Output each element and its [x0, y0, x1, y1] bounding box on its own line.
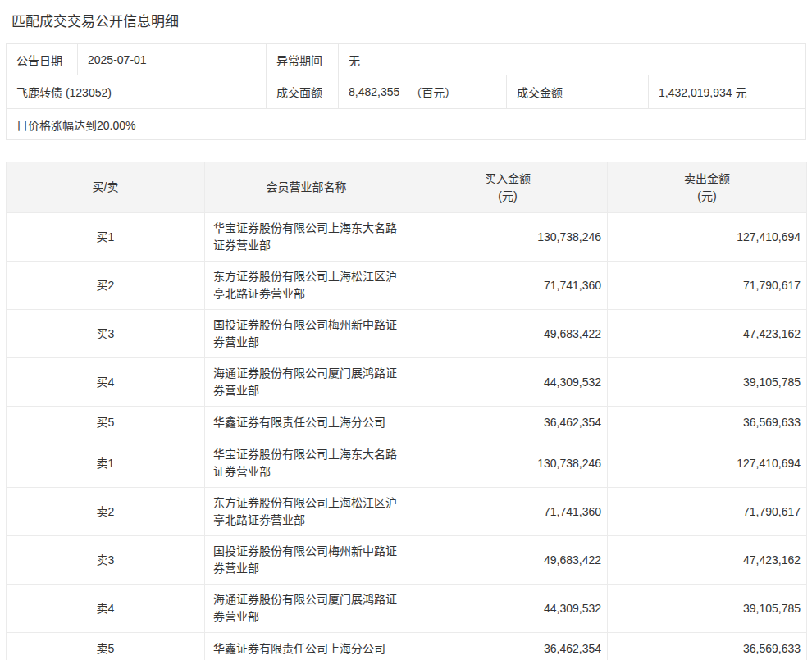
- sell-amount-cell: 36,569,633: [608, 407, 807, 439]
- table-row: 买4 海通证券股份有限公司厦门展鸿路证券营业部 44,309,532 39,10…: [7, 358, 807, 407]
- summary-info-box: 公告日期 2025-07-01 异常期间 无 飞鹿转债 (123052) 成交面…: [6, 43, 806, 140]
- branch-cell: 国投证券股份有限公司梅州新中路证券营业部: [205, 310, 408, 358]
- sell-amount-cell: 39,105,785: [608, 358, 807, 407]
- sell-amount-cell: 71,790,617: [608, 488, 807, 536]
- buy-amount-cell: 49,683,422: [408, 310, 608, 358]
- col-header-buy: 买入金额 (元): [408, 162, 608, 213]
- buy-amount-cell: 36,462,354: [408, 407, 608, 439]
- branch-cell: 华宝证券股份有限公司上海东大名路证券营业部: [205, 213, 408, 262]
- table-header: 买/卖 会员营业部名称 买入金额 (元) 卖出金额 (元): [7, 162, 807, 213]
- abnormal-period-value: 无: [339, 44, 805, 75]
- side-cell: 买5: [7, 407, 205, 439]
- side-cell: 买3: [7, 310, 205, 358]
- side-cell: 买2: [7, 262, 205, 310]
- page-container: 匹配成交交易公开信息明细 公告日期 2025-07-01 异常期间 无 飞鹿转债…: [0, 12, 812, 660]
- sell-amount-cell: 47,423,162: [608, 310, 807, 358]
- table-row: 卖5 华鑫证券有限责任公司上海分公司 36,462,354 36,569,633: [7, 633, 807, 660]
- col-header-buy-line1: 买入金额: [408, 171, 607, 188]
- sell-amount-cell: 39,105,785: [608, 585, 807, 633]
- announce-date-value: 2025-07-01: [78, 44, 267, 75]
- buy-amount-cell: 36,462,354: [408, 633, 608, 660]
- buy-amount-cell: 71,741,360: [408, 488, 608, 536]
- col-header-buy-line2: (元): [408, 188, 607, 205]
- table-row: 卖3 国投证券股份有限公司梅州新中路证券营业部 49,683,422 47,42…: [7, 536, 807, 585]
- side-cell: 卖4: [7, 585, 205, 633]
- face-value: 8,482,355: [349, 85, 399, 98]
- side-cell: 卖2: [7, 488, 205, 536]
- table-row: 买2 东方证券股份有限公司上海松江区沪亭北路证券营业部 71,741,360 7…: [7, 262, 807, 310]
- buy-amount-cell: 49,683,422: [408, 536, 608, 585]
- table-header-row: 买/卖 会员营业部名称 买入金额 (元) 卖出金额 (元): [7, 162, 807, 213]
- col-header-sell-line2: (元): [608, 188, 806, 205]
- turnover-value: 1,432,019,934 元: [649, 75, 805, 108]
- branch-cell: 海通证券股份有限公司厦门展鸿路证券营业部: [205, 358, 408, 407]
- table-row: 卖2 东方证券股份有限公司上海松江区沪亭北路证券营业部 71,741,360 7…: [7, 488, 807, 536]
- trading-disclosure-table: 买/卖 会员营业部名称 买入金额 (元) 卖出金额 (元) 买1 华宝证券股份有…: [6, 162, 807, 660]
- side-cell: 卖1: [7, 439, 205, 488]
- table-row: 买1 华宝证券股份有限公司上海东大名路证券营业部 130,738,246 127…: [7, 213, 807, 262]
- branch-cell: 华鑫证券有限责任公司上海分公司: [205, 407, 408, 439]
- branch-cell: 华宝证券股份有限公司上海东大名路证券营业部: [205, 439, 408, 488]
- side-cell: 卖5: [7, 633, 205, 660]
- branch-cell: 华鑫证券有限责任公司上海分公司: [205, 633, 408, 660]
- page-title: 匹配成交交易公开信息明细: [11, 12, 806, 32]
- side-cell: 卖3: [7, 536, 205, 585]
- buy-amount-cell: 130,738,246: [408, 213, 608, 262]
- buy-amount-cell: 44,309,532: [408, 585, 608, 633]
- side-cell: 买1: [7, 213, 205, 262]
- announce-date-label: 公告日期: [7, 44, 78, 75]
- branch-cell: 东方证券股份有限公司上海松江区沪亭北路证券营业部: [205, 262, 408, 310]
- turnover-label: 成交金额: [507, 75, 649, 108]
- col-header-branch: 会员营业部名称: [205, 162, 408, 213]
- branch-cell: 国投证券股份有限公司梅州新中路证券营业部: [205, 536, 408, 585]
- buy-amount-cell: 71,741,360: [408, 262, 608, 310]
- sell-amount-cell: 36,569,633: [608, 633, 807, 660]
- face-value-cell: 8,482,355 （百元）: [339, 75, 507, 108]
- col-header-sell-line1: 卖出金额: [608, 171, 806, 188]
- sell-amount-cell: 47,423,162: [608, 536, 807, 585]
- sell-amount-cell: 71,790,617: [608, 262, 807, 310]
- table-row: 卖4 海通证券股份有限公司厦门展鸿路证券营业部 44,309,532 39,10…: [7, 585, 807, 633]
- buy-amount-cell: 44,309,532: [408, 358, 608, 407]
- table-body: 买1 华宝证券股份有限公司上海东大名路证券营业部 130,738,246 127…: [7, 213, 807, 660]
- sell-amount-cell: 127,410,694: [608, 439, 807, 488]
- branch-cell: 东方证券股份有限公司上海松江区沪亭北路证券营业部: [205, 488, 408, 536]
- price-change-note: 日价格涨幅达到20.00%: [7, 108, 805, 139]
- table-row: 卖1 华宝证券股份有限公司上海东大名路证券营业部 130,738,246 127…: [7, 439, 807, 488]
- sell-amount-cell: 127,410,694: [608, 213, 807, 262]
- branch-cell: 海通证券股份有限公司厦门展鸿路证券营业部: [205, 585, 408, 633]
- face-value-label: 成交面额: [267, 75, 339, 108]
- abnormal-period-label: 异常期间: [267, 44, 339, 75]
- side-cell: 买4: [7, 358, 205, 407]
- col-header-sell: 卖出金额 (元): [608, 162, 807, 213]
- table-row: 买5 华鑫证券有限责任公司上海分公司 36,462,354 36,569,633: [7, 407, 807, 439]
- buy-amount-cell: 130,738,246: [408, 439, 608, 488]
- col-header-side: 买/卖: [7, 162, 205, 213]
- table-row: 买3 国投证券股份有限公司梅州新中路证券营业部 49,683,422 47,42…: [7, 310, 807, 358]
- security-name: 飞鹿转债 (123052): [7, 75, 267, 108]
- face-value-unit: （百元）: [410, 84, 456, 100]
